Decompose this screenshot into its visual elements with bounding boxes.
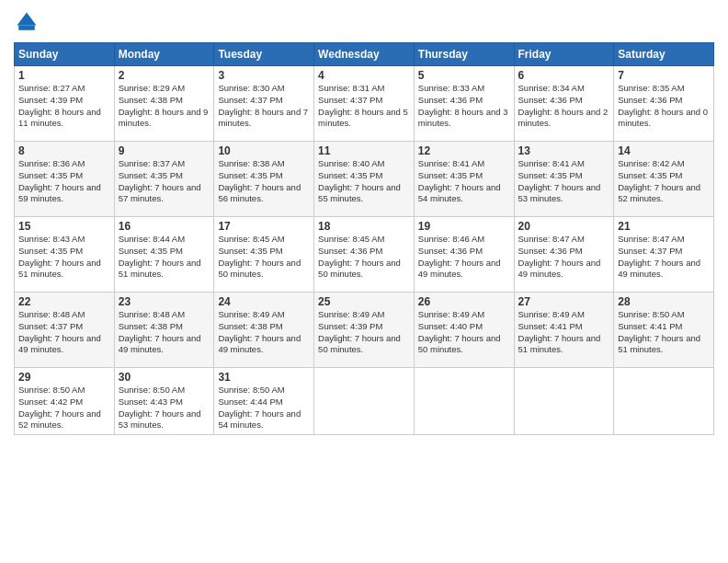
sunrise-label: Sunrise: 8:27 AM bbox=[18, 83, 85, 93]
sunrise-label: Sunrise: 8:48 AM bbox=[119, 309, 185, 319]
sunrise-label: Sunrise: 8:35 AM bbox=[618, 83, 684, 93]
day-info: Sunrise: 8:30 AM Sunset: 4:37 PM Dayligh… bbox=[218, 83, 310, 130]
daylight-label: Daylight: 7 hours and 49 minutes. bbox=[18, 333, 101, 355]
day-number: 8 bbox=[18, 144, 110, 157]
weekday-header: Saturday bbox=[614, 43, 714, 66]
sunrise-label: Sunrise: 8:49 AM bbox=[218, 309, 284, 319]
empty-cell bbox=[414, 368, 514, 435]
sunset-label: Sunset: 4:35 PM bbox=[119, 170, 183, 180]
sunrise-label: Sunrise: 8:47 AM bbox=[518, 234, 585, 244]
day-info: Sunrise: 8:49 AM Sunset: 4:39 PM Dayligh… bbox=[318, 309, 410, 356]
calendar: SundayMondayTuesdayWednesdayThursdayFrid… bbox=[14, 42, 714, 435]
day-info: Sunrise: 8:34 AM Sunset: 4:36 PM Dayligh… bbox=[518, 83, 610, 130]
day-cell: 12 Sunrise: 8:41 AM Sunset: 4:35 PM Dayl… bbox=[414, 142, 514, 217]
day-cell: 17 Sunrise: 8:45 AM Sunset: 4:35 PM Dayl… bbox=[214, 217, 314, 293]
sunset-label: Sunset: 4:38 PM bbox=[119, 321, 183, 331]
sunrise-label: Sunrise: 8:36 AM bbox=[18, 158, 85, 168]
sunset-label: Sunset: 4:35 PM bbox=[18, 246, 83, 256]
day-info: Sunrise: 8:46 AM Sunset: 4:36 PM Dayligh… bbox=[418, 234, 510, 281]
day-info: Sunrise: 8:48 AM Sunset: 4:37 PM Dayligh… bbox=[18, 309, 110, 356]
day-cell: 18 Sunrise: 8:45 AM Sunset: 4:36 PM Dayl… bbox=[314, 217, 415, 293]
sunrise-label: Sunrise: 8:29 AM bbox=[119, 83, 185, 93]
sunrise-label: Sunrise: 8:45 AM bbox=[218, 234, 284, 244]
day-number: 17 bbox=[218, 220, 310, 233]
day-number: 21 bbox=[618, 220, 710, 233]
daylight-label: Daylight: 8 hours and 11 minutes. bbox=[18, 107, 101, 129]
weekday-header: Sunday bbox=[15, 43, 115, 66]
day-cell: 23 Sunrise: 8:48 AM Sunset: 4:38 PM Dayl… bbox=[114, 293, 214, 368]
day-cell: 4 Sunrise: 8:31 AM Sunset: 4:37 PM Dayli… bbox=[314, 66, 415, 142]
svg-marker-0 bbox=[17, 13, 37, 26]
sunrise-label: Sunrise: 8:34 AM bbox=[518, 83, 585, 93]
weekday-header: Tuesday bbox=[214, 43, 314, 66]
sunrise-label: Sunrise: 8:44 AM bbox=[119, 234, 185, 244]
day-number: 11 bbox=[318, 144, 410, 157]
day-number: 22 bbox=[18, 295, 110, 308]
sunset-label: Sunset: 4:38 PM bbox=[218, 321, 282, 331]
page: SundayMondayTuesdayWednesdayThursdayFrid… bbox=[0, 0, 728, 563]
sunset-label: Sunset: 4:35 PM bbox=[119, 246, 183, 256]
weekday-header: Wednesday bbox=[314, 43, 415, 66]
sunset-label: Sunset: 4:44 PM bbox=[218, 396, 282, 407]
day-info: Sunrise: 8:50 AM Sunset: 4:41 PM Dayligh… bbox=[618, 309, 710, 356]
sunrise-label: Sunrise: 8:46 AM bbox=[418, 234, 484, 244]
day-cell: 31 Sunrise: 8:50 AM Sunset: 4:44 PM Dayl… bbox=[214, 368, 314, 435]
day-cell: 8 Sunrise: 8:36 AM Sunset: 4:35 PM Dayli… bbox=[15, 142, 115, 217]
day-number: 20 bbox=[518, 220, 610, 233]
day-cell: 16 Sunrise: 8:44 AM Sunset: 4:35 PM Dayl… bbox=[114, 217, 214, 293]
sunrise-label: Sunrise: 8:50 AM bbox=[119, 385, 185, 395]
sunset-label: Sunset: 4:40 PM bbox=[418, 321, 483, 331]
day-number: 2 bbox=[119, 69, 210, 82]
sunrise-label: Sunrise: 8:33 AM bbox=[418, 83, 484, 93]
sunset-label: Sunset: 4:42 PM bbox=[18, 396, 83, 407]
day-number: 19 bbox=[418, 220, 510, 233]
day-info: Sunrise: 8:27 AM Sunset: 4:39 PM Dayligh… bbox=[18, 83, 110, 130]
day-number: 7 bbox=[618, 69, 710, 82]
daylight-label: Daylight: 7 hours and 50 minutes. bbox=[218, 258, 301, 280]
sunrise-label: Sunrise: 8:37 AM bbox=[119, 158, 185, 168]
day-cell: 30 Sunrise: 8:50 AM Sunset: 4:43 PM Dayl… bbox=[114, 368, 214, 435]
day-info: Sunrise: 8:47 AM Sunset: 4:36 PM Dayligh… bbox=[518, 234, 610, 281]
sunset-label: Sunset: 4:35 PM bbox=[618, 170, 682, 180]
day-info: Sunrise: 8:42 AM Sunset: 4:35 PM Dayligh… bbox=[618, 158, 710, 205]
calendar-week: 15 Sunrise: 8:43 AM Sunset: 4:35 PM Dayl… bbox=[15, 217, 714, 293]
sunset-label: Sunset: 4:35 PM bbox=[418, 170, 483, 180]
sunset-label: Sunset: 4:39 PM bbox=[318, 321, 382, 331]
day-info: Sunrise: 8:49 AM Sunset: 4:38 PM Dayligh… bbox=[218, 309, 310, 356]
day-number: 31 bbox=[218, 371, 310, 384]
sunrise-label: Sunrise: 8:50 AM bbox=[218, 385, 284, 395]
sunrise-label: Sunrise: 8:42 AM bbox=[618, 158, 684, 168]
day-info: Sunrise: 8:45 AM Sunset: 4:35 PM Dayligh… bbox=[218, 234, 310, 281]
daylight-label: Daylight: 7 hours and 50 minutes. bbox=[318, 333, 401, 355]
sunrise-label: Sunrise: 8:48 AM bbox=[18, 309, 85, 319]
day-cell: 15 Sunrise: 8:43 AM Sunset: 4:35 PM Dayl… bbox=[15, 217, 115, 293]
sunrise-label: Sunrise: 8:41 AM bbox=[418, 158, 484, 168]
day-number: 28 bbox=[618, 295, 710, 308]
day-cell: 1 Sunrise: 8:27 AM Sunset: 4:39 PM Dayli… bbox=[15, 66, 115, 142]
day-cell: 29 Sunrise: 8:50 AM Sunset: 4:42 PM Dayl… bbox=[15, 368, 115, 435]
sunset-label: Sunset: 4:35 PM bbox=[318, 170, 382, 180]
sunset-label: Sunset: 4:37 PM bbox=[318, 95, 382, 105]
sunset-label: Sunset: 4:36 PM bbox=[518, 95, 583, 105]
sunrise-label: Sunrise: 8:43 AM bbox=[18, 234, 85, 244]
day-number: 10 bbox=[218, 144, 310, 157]
daylight-label: Daylight: 7 hours and 52 minutes. bbox=[618, 182, 700, 204]
sunrise-label: Sunrise: 8:41 AM bbox=[518, 158, 585, 168]
sunrise-label: Sunrise: 8:38 AM bbox=[218, 158, 284, 168]
daylight-label: Daylight: 7 hours and 51 minutes. bbox=[518, 333, 601, 355]
day-info: Sunrise: 8:35 AM Sunset: 4:36 PM Dayligh… bbox=[618, 83, 710, 130]
daylight-label: Daylight: 8 hours and 0 minutes. bbox=[618, 107, 708, 129]
calendar-week: 8 Sunrise: 8:36 AM Sunset: 4:35 PM Dayli… bbox=[15, 142, 714, 217]
daylight-label: Daylight: 7 hours and 53 minutes. bbox=[518, 182, 601, 204]
day-cell: 24 Sunrise: 8:49 AM Sunset: 4:38 PM Dayl… bbox=[214, 293, 314, 368]
sunset-label: Sunset: 4:36 PM bbox=[518, 246, 583, 256]
day-cell: 2 Sunrise: 8:29 AM Sunset: 4:38 PM Dayli… bbox=[114, 66, 214, 142]
daylight-label: Daylight: 7 hours and 50 minutes. bbox=[318, 258, 401, 280]
day-cell: 9 Sunrise: 8:37 AM Sunset: 4:35 PM Dayli… bbox=[114, 142, 214, 217]
sunset-label: Sunset: 4:35 PM bbox=[218, 170, 282, 180]
weekday-header: Thursday bbox=[414, 43, 514, 66]
weekday-row: SundayMondayTuesdayWednesdayThursdayFrid… bbox=[15, 43, 714, 66]
day-info: Sunrise: 8:29 AM Sunset: 4:38 PM Dayligh… bbox=[119, 83, 210, 130]
daylight-label: Daylight: 7 hours and 51 minutes. bbox=[18, 258, 101, 280]
day-number: 29 bbox=[18, 371, 110, 384]
